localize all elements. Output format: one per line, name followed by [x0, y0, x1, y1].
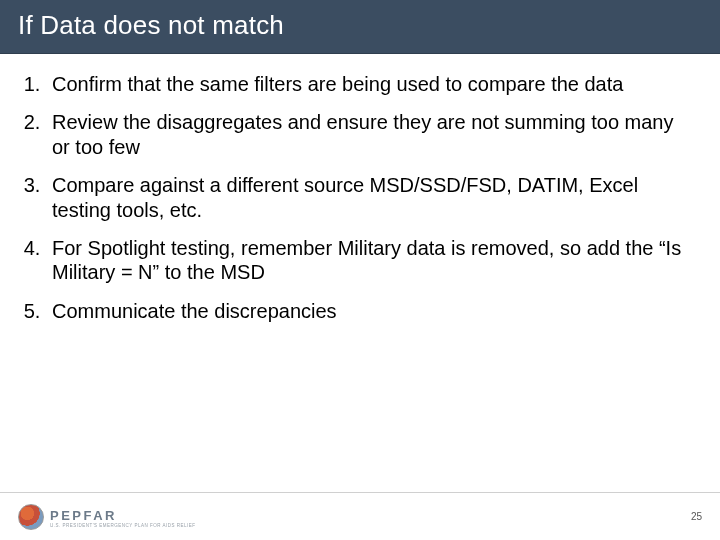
slide: If Data does not match Confirm that the … — [0, 0, 720, 540]
list-item: Communicate the discrepancies — [46, 299, 690, 323]
list-item: Compare against a different source MSD/S… — [46, 173, 690, 222]
list-item: Confirm that the same filters are being … — [46, 72, 690, 96]
list-item: Review the disaggregates and ensure they… — [46, 110, 690, 159]
page-number: 25 — [691, 511, 702, 522]
slide-footer: PEPFAR U.S. PRESIDENT'S EMERGENCY PLAN F… — [0, 492, 720, 540]
numbered-list: Confirm that the same filters are being … — [12, 72, 690, 323]
logo-subtitle: U.S. PRESIDENT'S EMERGENCY PLAN FOR AIDS… — [50, 523, 196, 528]
footer-logo: PEPFAR U.S. PRESIDENT'S EMERGENCY PLAN F… — [18, 504, 196, 530]
list-item: For Spotlight testing, remember Military… — [46, 236, 690, 285]
slide-content: Confirm that the same filters are being … — [0, 54, 720, 540]
slide-title: If Data does not match — [0, 0, 720, 54]
logo-text-block: PEPFAR U.S. PRESIDENT'S EMERGENCY PLAN F… — [50, 506, 196, 528]
globe-icon — [18, 504, 44, 530]
logo-text: PEPFAR — [50, 508, 117, 523]
